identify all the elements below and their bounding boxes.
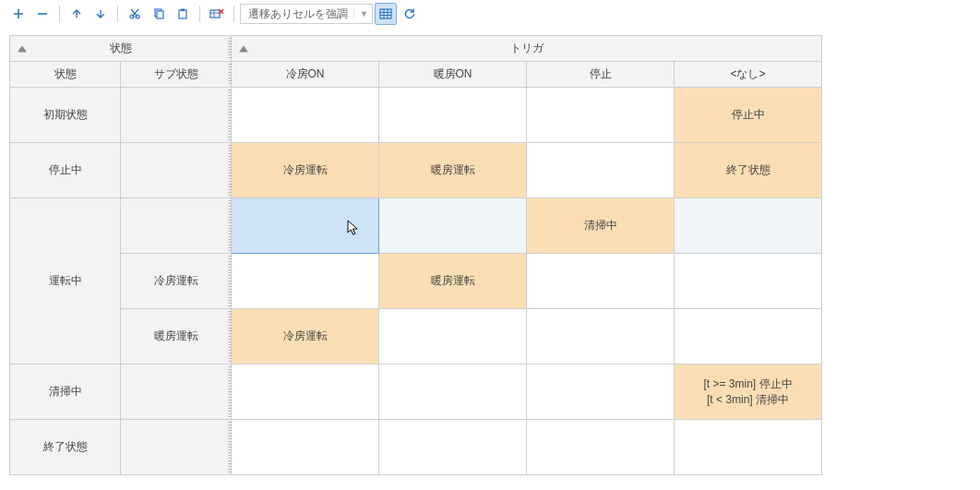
add-button[interactable] — [7, 3, 30, 25]
cell: 暖房運転 — [379, 143, 527, 198]
cut-button[interactable] — [124, 3, 146, 25]
separator — [199, 6, 200, 22]
state-group-label: 状態 — [110, 42, 132, 54]
separator — [117, 6, 118, 22]
table-row: 停止中 冷房運転 暖房運転 終了状態 — [10, 143, 822, 198]
trigger-header-none[interactable]: <なし> — [675, 62, 822, 88]
dropdown-label: 遷移ありセルを強調 — [248, 6, 348, 22]
cell: 停止中 — [675, 88, 822, 143]
trigger-group-label: トリガ — [510, 42, 544, 54]
cell: 冷房運転 — [232, 143, 379, 198]
cell[interactable] — [232, 420, 379, 475]
cell[interactable] — [527, 254, 675, 309]
table-row: 運転中 清掃中 — [10, 198, 822, 254]
svg-rect-4 — [179, 10, 186, 18]
state-cell[interactable]: 初期状態 — [10, 88, 121, 143]
substate-cell[interactable] — [121, 88, 232, 143]
state-transition-table-wrap: 状態 トリガ 状態 サブ状態 冷房ON 暖房ON 停止 <なし> 初期状態 — [0, 28, 980, 483]
substate-cell[interactable] — [121, 365, 232, 420]
state-transition-table: 状態 トリガ 状態 サブ状態 冷房ON 暖房ON 停止 <なし> 初期状態 — [9, 35, 822, 475]
state-header[interactable]: 状態 — [10, 62, 121, 88]
cell[interactable] — [675, 309, 822, 365]
svg-rect-6 — [210, 10, 220, 18]
collapse-icon — [239, 45, 248, 52]
svg-rect-3 — [157, 11, 163, 18]
collapse-icon — [18, 45, 27, 52]
substate-cell[interactable] — [121, 198, 232, 254]
cell[interactable] — [232, 365, 379, 420]
state-cell[interactable]: 清掃中 — [10, 365, 121, 420]
move-down-button[interactable] — [90, 3, 112, 25]
table-row: 暖房運転 冷房運転 — [10, 309, 822, 365]
substate-cell[interactable]: 暖房運転 — [121, 309, 232, 365]
trigger-header-stop[interactable]: 停止 — [527, 62, 675, 88]
cell[interactable] — [675, 198, 822, 254]
cell[interactable] — [379, 365, 527, 420]
chevron-down-icon: ▼ — [353, 9, 368, 18]
trigger-header-heat-on[interactable]: 暖房ON — [379, 62, 527, 88]
separator — [59, 6, 60, 22]
delete-cell-button[interactable] — [206, 3, 228, 25]
cell[interactable] — [379, 198, 527, 254]
substate-cell[interactable]: 冷房運転 — [121, 254, 232, 309]
cell: 暖房運転 — [379, 254, 527, 309]
state-group-header[interactable]: 状態 — [10, 36, 232, 62]
paste-button[interactable] — [172, 3, 194, 25]
svg-rect-7 — [380, 9, 391, 18]
trigger-group-header[interactable]: トリガ — [232, 36, 822, 62]
toolbar: 遷移ありセルを強調 ▼ — [0, 0, 980, 28]
cell[interactable] — [527, 420, 675, 475]
highlight-dropdown[interactable]: 遷移ありセルを強調 ▼ — [240, 4, 373, 24]
substate-cell[interactable] — [121, 143, 232, 198]
cell: [t >= 3min] 停止中 [t < 3min] 清掃中 — [675, 365, 822, 420]
table-row: 初期状態 停止中 — [10, 88, 822, 143]
table-row: 清掃中 [t >= 3min] 停止中 [t < 3min] 清掃中 — [10, 365, 822, 420]
table-row: 終了状態 — [10, 420, 822, 475]
cell[interactable] — [379, 88, 527, 143]
cell[interactable] — [379, 420, 527, 475]
cell[interactable] — [232, 88, 379, 143]
cursor-icon — [347, 220, 359, 236]
selected-cell[interactable] — [232, 198, 379, 254]
cell[interactable] — [675, 254, 822, 309]
state-cell[interactable]: 停止中 — [10, 143, 121, 198]
state-cell[interactable]: 運転中 — [10, 198, 121, 365]
separator — [233, 6, 234, 22]
move-up-button[interactable] — [66, 3, 88, 25]
cell: 清掃中 — [527, 198, 675, 254]
grid-view-button[interactable] — [375, 3, 397, 25]
remove-button[interactable] — [31, 3, 54, 25]
cell[interactable] — [527, 309, 675, 365]
cell[interactable] — [379, 309, 527, 365]
trigger-header-cool-on[interactable]: 冷房ON — [232, 62, 379, 88]
cell: 冷房運転 — [232, 309, 379, 365]
cell[interactable] — [527, 88, 675, 143]
cell[interactable] — [527, 365, 675, 420]
svg-rect-5 — [181, 9, 185, 12]
cell[interactable] — [232, 254, 379, 309]
substate-cell[interactable] — [121, 420, 232, 475]
table-row: 冷房運転 暖房運転 — [10, 254, 822, 309]
substate-header[interactable]: サブ状態 — [121, 62, 232, 88]
cell: 終了状態 — [675, 143, 822, 198]
state-cell[interactable]: 終了状態 — [10, 420, 121, 475]
copy-button[interactable] — [148, 3, 170, 25]
cell[interactable] — [675, 420, 822, 475]
refresh-button[interactable] — [399, 3, 421, 25]
cell[interactable] — [527, 143, 675, 198]
